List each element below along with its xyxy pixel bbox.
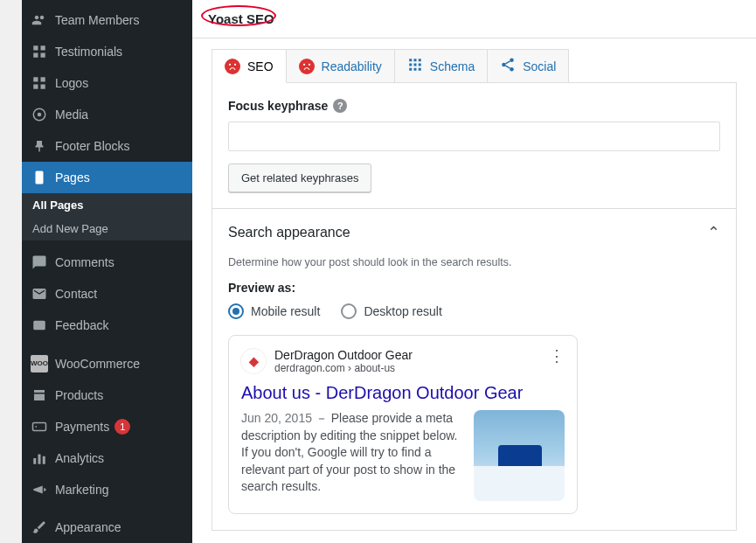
- svg-point-8: [38, 113, 42, 117]
- snippet-body: Jun 20, 2015 － Please provide a meta des…: [241, 410, 565, 501]
- svg-rect-6: [33, 85, 38, 89]
- sidebar-item-contact[interactable]: Contact: [22, 278, 192, 310]
- sidebar-item-woocommerce[interactable]: WOO WooCommerce: [22, 348, 192, 379]
- svg-rect-14: [43, 456, 45, 463]
- tab-schema[interactable]: Schema: [395, 50, 488, 82]
- radio-mobile-result[interactable]: Mobile result: [228, 303, 320, 319]
- svg-rect-1: [41, 45, 45, 50]
- sidebar-sub-add-new[interactable]: Add New Page: [22, 217, 192, 240]
- svg-rect-12: [33, 458, 36, 464]
- svg-rect-23: [413, 64, 416, 66]
- focus-keyphrase-input[interactable]: [228, 122, 720, 151]
- section-title: Search appearance: [228, 225, 350, 240]
- focus-keyphrase-label: Focus keyphrase ?: [228, 99, 720, 113]
- svg-rect-11: [33, 422, 46, 430]
- sidebar-item-testimonials[interactable]: Testimonials: [22, 36, 192, 67]
- sidebar-sub-all-pages[interactable]: All Pages: [22, 193, 192, 217]
- metabox-header: Yoast SEO: [192, 0, 756, 38]
- tab-label: SEO: [247, 59, 274, 73]
- snippet-url: derdragon.com › about-us: [274, 362, 413, 374]
- payments-icon: [31, 418, 48, 435]
- sad-face-icon: [225, 59, 240, 74]
- sidebar-label: Payments: [55, 420, 109, 434]
- section-description: Determine how your post should look in t…: [228, 256, 720, 268]
- sidebar-item-feedback[interactable]: Feedback: [22, 310, 192, 341]
- share-icon: [500, 57, 516, 75]
- grid-icon: [31, 43, 48, 60]
- tab-social[interactable]: Social: [488, 50, 568, 82]
- tab-label: Schema: [430, 59, 475, 73]
- sidebar-label: Contact: [55, 287, 97, 301]
- tab-readability[interactable]: Readability: [287, 50, 395, 82]
- tab-seo[interactable]: SEO: [212, 50, 287, 83]
- sidebar-item-media[interactable]: Media: [22, 99, 192, 130]
- sidebar-item-logos[interactable]: Logos: [22, 67, 192, 99]
- sidebar-label: Footer Blocks: [55, 139, 130, 153]
- snippet-header: ◆ DerDragon Outdoor Gear derdragon.com ›…: [241, 348, 565, 374]
- sidebar-item-analytics[interactable]: Analytics: [22, 442, 192, 474]
- sidebar-item-appearance[interactable]: Appearance: [22, 512, 192, 543]
- sidebar-item-payments[interactable]: Payments 1: [22, 411, 192, 442]
- focus-keyphrase-panel: Focus keyphrase ? Get related keyphrases: [212, 82, 737, 209]
- svg-point-29: [502, 63, 506, 67]
- radio-icon: [228, 303, 244, 319]
- sidebar-item-pages[interactable]: Pages: [22, 162, 192, 193]
- radio-icon: [341, 303, 357, 319]
- sidebar-item-footer-blocks[interactable]: Footer Blocks: [22, 130, 192, 162]
- metabox-title: Yoast SEO: [208, 11, 274, 26]
- snippet-menu-icon[interactable]: ⋮: [549, 346, 565, 365]
- users-icon: [31, 11, 48, 29]
- sidebar-item-marketing[interactable]: Marketing: [22, 474, 192, 505]
- media-icon: [31, 106, 48, 123]
- svg-rect-26: [413, 68, 416, 71]
- snippet-description: Jun 20, 2015 － Please provide a meta des…: [241, 410, 463, 501]
- comment-icon: [31, 254, 48, 271]
- sidebar-item-team-members[interactable]: Team Members: [22, 4, 192, 36]
- feedback-icon: [31, 317, 48, 334]
- help-icon[interactable]: ?: [333, 99, 347, 113]
- radio-desktop-result[interactable]: Desktop result: [341, 303, 441, 319]
- preview-as-label: Preview as:: [228, 281, 720, 295]
- favicon-icon: ◆: [241, 349, 266, 373]
- admin-sidebar: Team Members Testimonials Logos Media Fo…: [22, 0, 192, 543]
- tab-label: Social: [523, 59, 556, 73]
- payments-badge: 1: [114, 419, 130, 435]
- snippet-sep: －: [316, 411, 328, 425]
- snippet-preview: ⋮ ◆ DerDragon Outdoor Gear derdragon.com…: [228, 335, 578, 514]
- search-appearance-toggle[interactable]: Search appearance ⌃: [212, 209, 736, 256]
- pin-icon: [31, 137, 48, 155]
- sidebar-label: WooCommerce: [55, 357, 140, 371]
- snippet-title[interactable]: About us - DerDragon Outdoor Gear: [241, 383, 565, 403]
- envelope-icon: [31, 285, 48, 303]
- sidebar-label: Pages: [55, 171, 90, 184]
- svg-rect-20: [413, 59, 416, 61]
- sidebar-label: Media: [55, 108, 88, 122]
- grid-icon: [31, 74, 48, 92]
- sad-face-icon: [299, 59, 315, 74]
- svg-rect-25: [409, 68, 412, 71]
- preview-radio-group: Mobile result Desktop result: [228, 303, 720, 319]
- main-content: Yoast SEO SEO Readability Schema Social …: [192, 0, 756, 543]
- tab-list: SEO Readability Schema Social: [212, 49, 569, 82]
- svg-rect-19: [409, 59, 412, 61]
- svg-point-15: [229, 63, 231, 65]
- sidebar-item-comments[interactable]: Comments: [22, 247, 192, 278]
- sidebar-label: Logos: [55, 76, 88, 90]
- svg-point-17: [302, 63, 304, 65]
- sidebar-label: Feedback: [55, 318, 108, 332]
- chevron-up-icon: ⌃: [707, 223, 720, 242]
- svg-rect-10: [33, 321, 45, 331]
- get-related-keyphrases-button[interactable]: Get related keyphrases: [228, 164, 371, 192]
- sidebar-item-products[interactable]: Products: [22, 379, 192, 411]
- chart-icon: [31, 449, 48, 467]
- sidebar-label: Team Members: [55, 13, 139, 27]
- sidebar-label: Products: [55, 388, 103, 402]
- svg-rect-2: [33, 53, 38, 58]
- svg-rect-27: [419, 68, 421, 71]
- megaphone-icon: [31, 481, 48, 498]
- sidebar-label: Analytics: [55, 451, 104, 465]
- snippet-site-name: DerDragon Outdoor Gear: [274, 348, 413, 362]
- svg-rect-4: [33, 77, 38, 81]
- brush-icon: [31, 519, 48, 536]
- sidebar-label: Marketing: [55, 483, 108, 497]
